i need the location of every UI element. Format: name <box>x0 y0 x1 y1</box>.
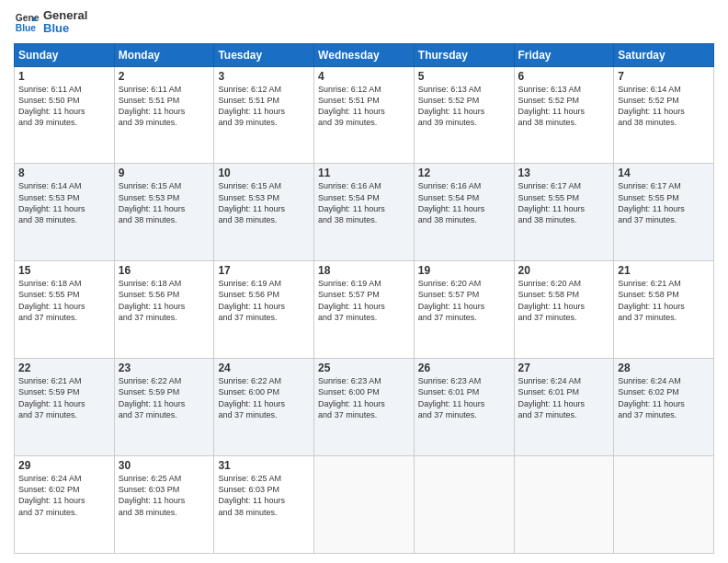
day-cell: 10Sunrise: 6:15 AMSunset: 5:53 PMDayligh… <box>214 164 314 261</box>
day-cell: 26Sunrise: 6:23 AMSunset: 6:01 PMDayligh… <box>414 359 514 456</box>
logo-general: General <box>43 9 87 22</box>
day-info: Sunrise: 6:18 AMSunset: 5:56 PMDaylight:… <box>119 278 210 323</box>
day-cell: 9Sunrise: 6:15 AMSunset: 5:53 PMDaylight… <box>114 164 214 261</box>
day-number: 21 <box>618 264 710 277</box>
col-header-monday: Monday <box>114 43 214 66</box>
calendar-header-row: SundayMondayTuesdayWednesdayThursdayFrid… <box>15 43 714 66</box>
day-number: 8 <box>18 167 110 179</box>
day-info: Sunrise: 6:18 AMSunset: 5:55 PMDaylight:… <box>18 278 110 323</box>
day-number: 2 <box>119 70 210 83</box>
day-info: Sunrise: 6:13 AMSunset: 5:52 PMDaylight:… <box>518 84 610 129</box>
day-info: Sunrise: 6:15 AMSunset: 5:53 PMDaylight:… <box>218 180 310 225</box>
day-cell: 16Sunrise: 6:18 AMSunset: 5:56 PMDayligh… <box>114 261 214 359</box>
day-number: 25 <box>318 362 410 374</box>
day-cell: 13Sunrise: 6:17 AMSunset: 5:55 PMDayligh… <box>514 164 614 261</box>
calendar-table: SundayMondayTuesdayWednesdayThursdayFrid… <box>14 43 714 554</box>
day-cell: 8Sunrise: 6:14 AMSunset: 5:53 PMDaylight… <box>15 164 115 261</box>
day-info: Sunrise: 6:24 AMSunset: 6:02 PMDaylight:… <box>618 375 710 420</box>
day-number: 30 <box>119 459 210 472</box>
day-number: 10 <box>218 167 310 179</box>
day-info: Sunrise: 6:17 AMSunset: 5:55 PMDaylight:… <box>618 180 710 225</box>
day-cell: 12Sunrise: 6:16 AMSunset: 5:54 PMDayligh… <box>414 164 514 261</box>
day-info: Sunrise: 6:19 AMSunset: 5:57 PMDaylight:… <box>318 278 410 323</box>
day-cell <box>314 456 415 554</box>
day-number: 27 <box>518 362 610 374</box>
day-cell: 11Sunrise: 6:16 AMSunset: 5:54 PMDayligh… <box>314 164 415 261</box>
col-header-tuesday: Tuesday <box>214 43 314 66</box>
day-cell: 3Sunrise: 6:12 AMSunset: 5:51 PMDaylight… <box>214 66 314 164</box>
day-info: Sunrise: 6:22 AMSunset: 6:00 PMDaylight:… <box>218 375 310 420</box>
header: General Blue General Blue <box>14 9 714 36</box>
day-number: 14 <box>618 167 710 179</box>
svg-text:General: General <box>16 13 40 23</box>
col-header-wednesday: Wednesday <box>314 43 415 66</box>
day-number: 9 <box>119 167 210 179</box>
day-number: 20 <box>518 264 610 277</box>
day-info: Sunrise: 6:13 AMSunset: 5:52 PMDaylight:… <box>418 84 510 129</box>
day-cell: 28Sunrise: 6:24 AMSunset: 6:02 PMDayligh… <box>614 359 714 456</box>
day-cell: 23Sunrise: 6:22 AMSunset: 5:59 PMDayligh… <box>114 359 214 456</box>
day-info: Sunrise: 6:11 AMSunset: 5:51 PMDaylight:… <box>119 84 210 129</box>
day-info: Sunrise: 6:14 AMSunset: 5:53 PMDaylight:… <box>18 180 110 225</box>
day-cell: 29Sunrise: 6:24 AMSunset: 6:02 PMDayligh… <box>15 456 115 554</box>
day-number: 11 <box>318 167 410 179</box>
col-header-saturday: Saturday <box>614 43 714 66</box>
day-number: 18 <box>318 264 410 277</box>
day-info: Sunrise: 6:20 AMSunset: 5:58 PMDaylight:… <box>518 278 610 323</box>
day-info: Sunrise: 6:23 AMSunset: 6:01 PMDaylight:… <box>418 375 510 420</box>
day-info: Sunrise: 6:12 AMSunset: 5:51 PMDaylight:… <box>218 84 310 129</box>
day-cell: 4Sunrise: 6:12 AMSunset: 5:51 PMDaylight… <box>314 66 415 164</box>
day-cell: 19Sunrise: 6:20 AMSunset: 5:57 PMDayligh… <box>414 261 514 359</box>
day-cell: 21Sunrise: 6:21 AMSunset: 5:58 PMDayligh… <box>614 261 714 359</box>
day-info: Sunrise: 6:20 AMSunset: 5:57 PMDaylight:… <box>418 278 510 323</box>
day-number: 17 <box>218 264 310 277</box>
day-cell <box>514 456 614 554</box>
day-number: 4 <box>318 70 410 83</box>
day-cell: 18Sunrise: 6:19 AMSunset: 5:57 PMDayligh… <box>314 261 415 359</box>
day-cell: 31Sunrise: 6:25 AMSunset: 6:03 PMDayligh… <box>214 456 314 554</box>
day-info: Sunrise: 6:24 AMSunset: 6:02 PMDaylight:… <box>18 473 110 518</box>
col-header-thursday: Thursday <box>414 43 514 66</box>
day-cell: 24Sunrise: 6:22 AMSunset: 6:00 PMDayligh… <box>214 359 314 456</box>
day-number: 22 <box>18 362 110 374</box>
day-cell: 15Sunrise: 6:18 AMSunset: 5:55 PMDayligh… <box>15 261 115 359</box>
day-cell: 25Sunrise: 6:23 AMSunset: 6:00 PMDayligh… <box>314 359 415 456</box>
day-number: 16 <box>119 264 210 277</box>
day-cell: 7Sunrise: 6:14 AMSunset: 5:52 PMDaylight… <box>614 66 714 164</box>
day-number: 5 <box>418 70 510 83</box>
day-cell: 14Sunrise: 6:17 AMSunset: 5:55 PMDayligh… <box>614 164 714 261</box>
day-info: Sunrise: 6:14 AMSunset: 5:52 PMDaylight:… <box>618 84 710 129</box>
svg-text:Blue: Blue <box>16 24 37 34</box>
day-number: 13 <box>518 167 610 179</box>
day-info: Sunrise: 6:19 AMSunset: 5:56 PMDaylight:… <box>218 278 310 323</box>
page: General Blue General Blue SundayMondayTu… <box>0 0 728 563</box>
col-header-sunday: Sunday <box>15 43 115 66</box>
day-cell: 27Sunrise: 6:24 AMSunset: 6:01 PMDayligh… <box>514 359 614 456</box>
week-row-4: 22Sunrise: 6:21 AMSunset: 5:59 PMDayligh… <box>15 359 714 456</box>
day-number: 19 <box>418 264 510 277</box>
day-info: Sunrise: 6:16 AMSunset: 5:54 PMDaylight:… <box>318 180 410 225</box>
day-number: 24 <box>218 362 310 374</box>
day-number: 7 <box>618 70 710 83</box>
day-cell: 2Sunrise: 6:11 AMSunset: 5:51 PMDaylight… <box>114 66 214 164</box>
day-number: 26 <box>418 362 510 374</box>
day-cell: 1Sunrise: 6:11 AMSunset: 5:50 PMDaylight… <box>15 66 115 164</box>
day-info: Sunrise: 6:22 AMSunset: 5:59 PMDaylight:… <box>119 375 210 420</box>
day-info: Sunrise: 6:12 AMSunset: 5:51 PMDaylight:… <box>318 84 410 129</box>
day-number: 6 <box>518 70 610 83</box>
day-number: 12 <box>418 167 510 179</box>
day-info: Sunrise: 6:23 AMSunset: 6:00 PMDaylight:… <box>318 375 410 420</box>
day-info: Sunrise: 6:24 AMSunset: 6:01 PMDaylight:… <box>518 375 610 420</box>
day-cell: 5Sunrise: 6:13 AMSunset: 5:52 PMDaylight… <box>414 66 514 164</box>
day-cell: 30Sunrise: 6:25 AMSunset: 6:03 PMDayligh… <box>114 456 214 554</box>
day-number: 3 <box>218 70 310 83</box>
logo-icon: General Blue <box>14 9 40 35</box>
day-cell: 22Sunrise: 6:21 AMSunset: 5:59 PMDayligh… <box>15 359 115 456</box>
day-cell: 20Sunrise: 6:20 AMSunset: 5:58 PMDayligh… <box>514 261 614 359</box>
day-number: 1 <box>18 70 110 83</box>
day-number: 31 <box>218 459 310 472</box>
day-info: Sunrise: 6:25 AMSunset: 6:03 PMDaylight:… <box>218 473 310 518</box>
day-number: 23 <box>119 362 210 374</box>
week-row-3: 15Sunrise: 6:18 AMSunset: 5:55 PMDayligh… <box>15 261 714 359</box>
day-number: 29 <box>18 459 110 472</box>
